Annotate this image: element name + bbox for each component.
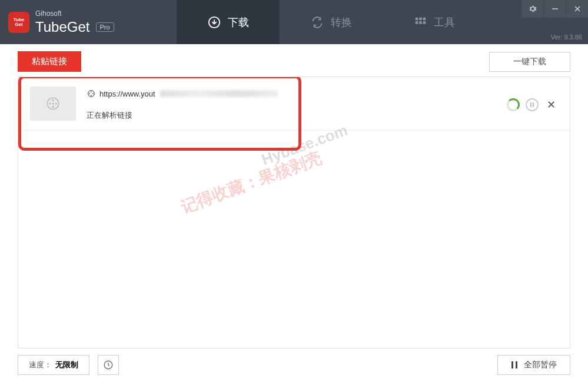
loading-spinner-icon bbox=[507, 98, 520, 111]
logo-area: TubeGet Gihosoft TubeGet Pro bbox=[0, 9, 114, 35]
svg-rect-5 bbox=[419, 21, 422, 24]
convert-icon bbox=[311, 16, 324, 29]
tab-tools-label: 工具 bbox=[434, 15, 455, 29]
svg-rect-21 bbox=[530, 102, 531, 107]
svg-rect-22 bbox=[533, 102, 534, 107]
item-status: 正在解析链接 bbox=[87, 110, 496, 121]
download-list: https://www.yout 正在解析链接 ✕ 记得收藏：果核剥壳 Hyba… bbox=[18, 77, 570, 348]
svg-point-13 bbox=[49, 102, 51, 104]
svg-rect-4 bbox=[415, 21, 418, 24]
gear-icon bbox=[529, 5, 537, 13]
toolbar: 粘贴链接 一键下载 bbox=[0, 44, 588, 77]
pause-icon bbox=[530, 102, 534, 107]
tab-convert-label: 转换 bbox=[331, 15, 352, 29]
speed-indicator[interactable]: 速度： 无限制 bbox=[18, 355, 89, 375]
svg-rect-6 bbox=[423, 21, 426, 24]
remove-item-button[interactable]: ✕ bbox=[544, 98, 558, 111]
svg-point-19 bbox=[89, 93, 90, 94]
tools-icon bbox=[414, 16, 427, 29]
svg-point-15 bbox=[52, 102, 54, 104]
download-all-button[interactable]: 一键下载 bbox=[489, 52, 570, 72]
pause-all-button[interactable]: 全部暂停 bbox=[497, 355, 570, 375]
svg-rect-1 bbox=[415, 17, 418, 20]
speed-value: 无限制 bbox=[55, 360, 78, 370]
speed-label: 速度： bbox=[29, 360, 52, 370]
video-thumbnail bbox=[30, 87, 76, 121]
download-item: https://www.yout 正在解析链接 ✕ bbox=[18, 77, 570, 131]
svg-point-12 bbox=[52, 106, 54, 108]
close-icon bbox=[574, 5, 581, 12]
svg-rect-3 bbox=[423, 17, 426, 20]
app-title: TubeGet Pro bbox=[35, 19, 114, 35]
window-controls bbox=[521, 0, 588, 18]
pause-icon bbox=[511, 361, 518, 368]
svg-point-14 bbox=[55, 102, 57, 104]
pause-item-button[interactable] bbox=[526, 98, 539, 111]
svg-point-20 bbox=[92, 93, 94, 94]
item-url-text: https://www.yout bbox=[99, 89, 155, 98]
paste-link-button[interactable]: 粘贴链接 bbox=[18, 51, 81, 72]
tab-download[interactable]: 下载 bbox=[177, 0, 280, 44]
item-info: https://www.yout 正在解析链接 bbox=[87, 87, 496, 121]
svg-point-18 bbox=[91, 95, 92, 96]
watermark-cn: 记得收藏：果核剥壳 bbox=[178, 147, 325, 218]
svg-rect-25 bbox=[516, 361, 517, 368]
item-url: https://www.yout bbox=[87, 89, 496, 98]
film-reel-icon bbox=[87, 89, 96, 98]
pause-all-label: 全部暂停 bbox=[524, 360, 557, 370]
tab-tools[interactable]: 工具 bbox=[383, 0, 486, 44]
close-button[interactable] bbox=[566, 0, 588, 18]
app-logo-icon: TubeGet bbox=[8, 12, 29, 33]
pro-badge: Pro bbox=[96, 22, 114, 32]
app-header: TubeGet Gihosoft TubeGet Pro 下载 转换 bbox=[0, 0, 588, 44]
app-name-text: TubeGet bbox=[35, 19, 90, 35]
film-reel-icon bbox=[45, 96, 61, 111]
company-name: Gihosoft bbox=[35, 9, 114, 18]
history-button[interactable] bbox=[98, 355, 119, 375]
footer-bar: 速度： 无限制 全部暂停 bbox=[0, 348, 588, 382]
tab-convert[interactable]: 转换 bbox=[280, 0, 383, 44]
version-label: Ver: 9.3.88 bbox=[551, 34, 582, 41]
minimize-icon bbox=[552, 5, 559, 12]
svg-point-17 bbox=[91, 91, 92, 92]
item-actions: ✕ bbox=[507, 87, 558, 111]
svg-rect-2 bbox=[419, 17, 422, 20]
history-icon bbox=[103, 360, 114, 370]
download-icon bbox=[208, 16, 221, 29]
settings-button[interactable] bbox=[521, 0, 543, 18]
minimize-button[interactable] bbox=[543, 0, 566, 18]
svg-point-11 bbox=[52, 99, 54, 101]
main-tabs: 下载 转换 工具 bbox=[177, 0, 486, 44]
redacted-url bbox=[160, 90, 278, 97]
tab-download-label: 下载 bbox=[228, 15, 249, 29]
svg-rect-24 bbox=[511, 361, 513, 368]
